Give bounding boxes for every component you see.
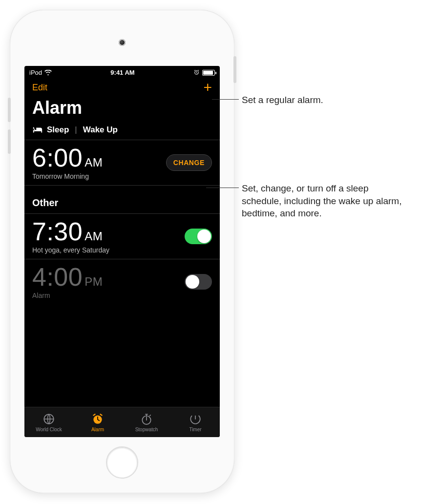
divider: | [75, 125, 77, 135]
alarm-toggle[interactable] [185, 229, 212, 244]
globe-icon [42, 413, 55, 425]
edit-button[interactable]: Edit [32, 83, 47, 93]
alarm-clock-icon [91, 413, 104, 425]
wake-label: Wake Up [83, 125, 118, 135]
power-button [233, 56, 236, 83]
wifi-icon [44, 70, 52, 75]
tab-world-clock[interactable]: World Clock [24, 407, 73, 437]
sleep-alarm-row[interactable]: 6:00 AM Tomorrow Morning CHANGE [24, 140, 220, 186]
sleep-alarm-ampm: AM [84, 157, 103, 168]
callout-text: Set a regular alarm. [242, 95, 323, 105]
alarm-time: 7:30 [32, 219, 83, 244]
alarm-row[interactable]: 7:30 AM Hot yoga, every Saturday [24, 214, 220, 259]
alarm-label: Alarm [32, 292, 103, 299]
alarm-time: 4:00 [32, 264, 83, 290]
nav-bar: Edit + [24, 77, 220, 95]
carrier-label: iPod [29, 69, 42, 76]
sleep-alarm-time: 6:00 [32, 145, 83, 170]
tab-stopwatch[interactable]: Stopwatch [122, 407, 171, 437]
battery-icon [202, 70, 215, 76]
tab-label: Stopwatch [135, 427, 158, 432]
screen: iPod 9:41 AM Edit + Alarm [24, 66, 220, 437]
other-section-header: Other [24, 186, 220, 214]
add-alarm-button[interactable]: + [203, 82, 212, 93]
volume-up-button [8, 98, 11, 122]
alarm-toggle[interactable] [185, 274, 212, 290]
status-bar: iPod 9:41 AM [24, 66, 220, 77]
front-camera [119, 39, 126, 46]
page-title: Alarm [24, 95, 220, 123]
tab-alarm[interactable]: Alarm [73, 407, 122, 437]
tab-timer[interactable]: Timer [171, 407, 220, 437]
change-sleep-schedule-button[interactable]: CHANGE [166, 154, 212, 171]
sleep-alarm-subtitle: Tomorrow Morning [32, 172, 103, 180]
alarm-ampm: PM [84, 276, 103, 288]
tab-label: World Clock [36, 427, 62, 432]
tab-bar: World Clock Alarm Stopwatch Timer [24, 407, 220, 437]
alarm-status-icon [193, 69, 200, 76]
stopwatch-icon [140, 413, 153, 425]
sleep-label: Sleep [47, 125, 69, 135]
sleep-wake-section-header: Sleep | Wake Up [24, 123, 220, 140]
ipod-touch-device: iPod 9:41 AM Edit + Alarm [10, 10, 234, 493]
alarm-ampm: AM [84, 231, 103, 242]
home-button[interactable] [106, 446, 138, 479]
bed-icon [32, 126, 43, 134]
status-time: 9:41 AM [110, 69, 134, 76]
alarm-row[interactable]: 4:00 PM Alarm [24, 259, 220, 304]
callout-text: Set, change, or turn off a sleep schedul… [242, 183, 401, 218]
callout-add-alarm: Set a regular alarm. [242, 94, 323, 106]
callout-change-schedule: Set, change, or turn off a sleep schedul… [242, 182, 410, 220]
leader-line [212, 99, 239, 100]
volume-down-button [8, 129, 11, 154]
timer-icon [189, 413, 202, 425]
tab-label: Alarm [91, 427, 104, 432]
leader-line [206, 188, 239, 188]
alarm-label: Hot yoga, every Saturday [32, 246, 109, 254]
tab-label: Timer [189, 427, 201, 432]
